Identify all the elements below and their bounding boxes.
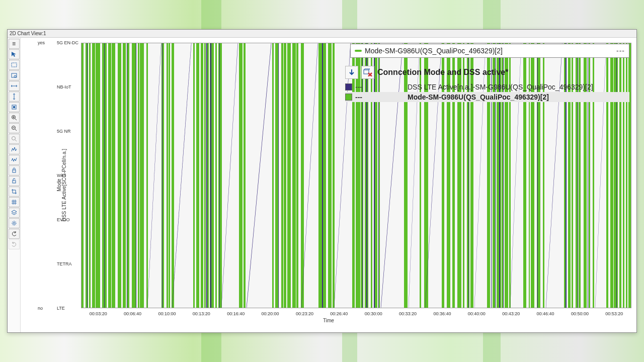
y-tick-label: TETRA	[57, 261, 72, 266]
legend-title: Conncetion Mode and DSS active*	[377, 68, 508, 77]
pointer-tool-button[interactable]	[9, 49, 20, 59]
x-tick-label: 00:43:20	[502, 311, 520, 316]
svg-line-21	[301, 43, 318, 308]
zoom-out-button[interactable]	[9, 123, 20, 133]
y-tick-label: EVDO	[57, 217, 70, 222]
legend-dash: ---	[355, 83, 362, 91]
legend-label: DSS LTE Active[n.a.]-SM-G986U(QS_QualiPo…	[408, 83, 593, 91]
svg-point-2	[14, 75, 16, 77]
legend-row[interactable]: --- Mode-SM-G986U(QS_QualiPoc_496329)[2]	[345, 92, 629, 102]
y-tick-label: WiFi	[57, 173, 66, 178]
legend-panel: Conncetion Mode and DSS active* --- DSS …	[345, 66, 629, 102]
x-tick-label: 00:13:20	[193, 311, 210, 316]
x-axis-label: Time	[323, 318, 334, 323]
x-tick-label: 00:23:20	[296, 311, 313, 316]
legend-label: Mode-SM-G986U(QS_QualiPoc_496329)[2]	[408, 93, 549, 101]
legend-dash: ---	[355, 93, 362, 101]
x-tick-label: 00:36:40	[433, 311, 451, 316]
zoom-x-button[interactable]	[9, 81, 20, 91]
svg-rect-4	[13, 106, 15, 108]
menu-button[interactable]: ≡	[9, 39, 20, 49]
y-tick-label: 5G EN-DC	[57, 40, 78, 45]
chart-area: DSS LTE Active[SCG-PCell/n.a.] Mode LTET…	[21, 38, 636, 332]
y2-tick-label: yes	[38, 40, 45, 45]
grid-button[interactable]	[9, 197, 20, 207]
redo-button[interactable]	[9, 239, 20, 249]
legend-swatch-icon	[345, 94, 352, 101]
layers-button[interactable]	[9, 208, 20, 218]
x-tick-label: 00:16:40	[227, 311, 245, 316]
zoom-fit-button[interactable]	[9, 102, 20, 112]
zoom-y-button[interactable]	[9, 92, 20, 102]
zoom-in-button[interactable]	[9, 113, 20, 123]
signal-button[interactable]	[9, 144, 20, 154]
x-tick-label: 00:20:00	[262, 311, 279, 316]
legend-swatch-icon	[345, 83, 352, 90]
x-tick-label: 00:30:00	[365, 311, 382, 316]
y2-tick-label: no	[38, 306, 43, 311]
settings-button[interactable]	[9, 218, 20, 228]
lock-alt-button[interactable]	[9, 176, 20, 186]
svg-point-16	[13, 222, 15, 224]
lock-button[interactable]	[9, 165, 20, 175]
reset-zoom-button[interactable]	[9, 134, 20, 144]
signal-alt-button[interactable]	[9, 155, 20, 165]
series-selector-label: Mode-SM-G986U(QS_QualiPoc_496329)[2]	[365, 47, 503, 55]
svg-line-18	[172, 43, 191, 308]
svg-line-13	[15, 140, 17, 141]
x-tick-label: 00:03:20	[90, 311, 107, 316]
zoom-rect-button[interactable]	[9, 70, 20, 80]
undo-button[interactable]	[9, 229, 20, 239]
x-tick-label: 00:53:20	[605, 311, 623, 316]
y2-axis-label: DSS LTE Active[SCG-PCell/n.a.]	[61, 149, 67, 221]
x-tick-label: 00:40:00	[468, 311, 486, 316]
legend-sort-button[interactable]	[345, 66, 358, 79]
svg-rect-14	[13, 170, 16, 172]
series-selector[interactable]: Mode-SM-G986U(QS_QualiPoc_496329)[2] ---	[350, 44, 629, 58]
svg-rect-15	[13, 180, 16, 183]
y-tick-label: 5G NR	[57, 129, 71, 134]
select-rect-button[interactable]	[9, 60, 20, 70]
x-tick-label: 00:06:40	[124, 311, 141, 316]
window-title: 2D Chart View:1	[8, 30, 636, 38]
series-swatch-icon	[355, 50, 362, 52]
svg-point-12	[12, 137, 15, 140]
x-tick-label: 00:33:20	[399, 311, 417, 316]
y1-axis-label: Mode	[56, 178, 62, 191]
legend-row[interactable]: --- DSS LTE Active[n.a.]-SM-G986U(QS_Qua…	[345, 82, 629, 92]
chart-window: 2D Chart View:1 ≡	[7, 29, 637, 333]
legend-remove-button[interactable]	[361, 66, 374, 79]
svg-line-10	[15, 129, 17, 131]
svg-rect-0	[12, 63, 17, 67]
series-selector-trailing: ---	[616, 47, 625, 55]
x-tick-label: 00:26:40	[330, 311, 348, 316]
svg-line-20	[247, 43, 271, 308]
crop-button[interactable]	[9, 187, 20, 197]
x-tick-label: 00:50:00	[571, 311, 589, 316]
svg-line-6	[15, 119, 17, 120]
x-tick-label: 00:10:00	[158, 311, 176, 316]
y-tick-label: NB-IoT	[57, 84, 71, 89]
svg-line-19	[221, 43, 238, 308]
vertical-toolbar: ≡	[8, 38, 21, 332]
svg-line-17	[147, 43, 161, 308]
y-tick-label: LTE	[57, 306, 65, 311]
x-tick-label: 00:46:40	[537, 311, 554, 316]
